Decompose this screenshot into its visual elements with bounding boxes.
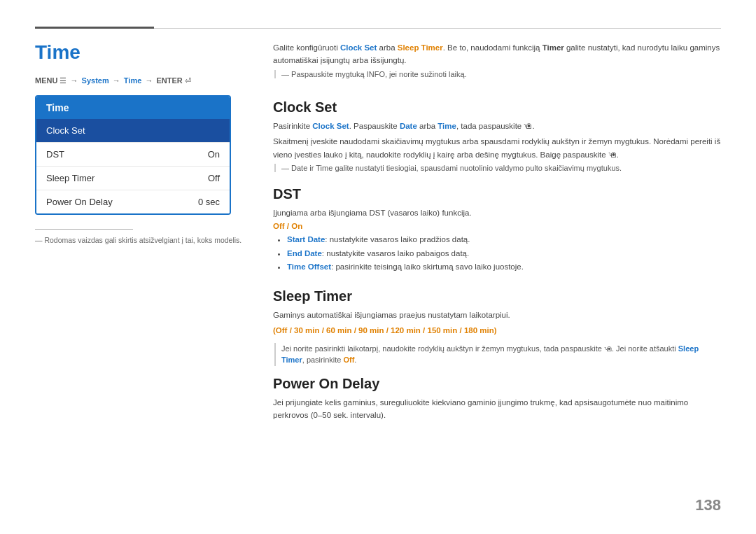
section-body-clock-set-2: Skaitmenį įveskite naudodami skaičiavimų… [273,135,721,161]
dst-bullet-time-offset: Time Offset: pasirinkite teisingą laiko … [287,260,721,274]
section-body-dst: Įjungiama arba išjungiama DST (vasaros l… [273,206,721,219]
footnote-rule [35,229,133,230]
section-title-clock-set: Clock Set [273,99,721,115]
dst-off-on-label: Off / On [273,222,721,230]
right-column: Galite konfigūruoti Clock Set arba Sleep… [273,41,721,513]
intro-text: Galite konfigūruoti Clock Set arba Sleep… [273,41,721,67]
section-title-power-on-delay: Power On Delay [273,376,721,392]
menu-widget-header: Time [36,97,230,119]
section-title-sleep-timer: Sleep Timer [273,288,721,304]
menu-item-dst[interactable]: DST On [36,143,230,167]
sleep-timer-note: Jei norite pasirinkti laikotarpį, naudok… [274,343,721,366]
left-column: Time MENU ☰ → System → Time → ENTER ⏎ Ti… [35,41,245,513]
page-number: 138 [695,496,721,514]
intro-note: — Paspauskite mygtuką INFO, jei norite s… [274,70,721,78]
footnote: — Rodomas vaizdas gali skirtis atsižvelg… [35,235,245,246]
dst-bullet-start-date: Start Date: nustatykite vasaros laiko pr… [287,233,721,247]
dst-bullet-list: Start Date: nustatykite vasaros laiko pr… [287,233,721,274]
top-rule [35,28,721,29]
section-body-power-on-delay: Jei prijungiate kelis gaminius, sureguli… [273,396,721,422]
menu-item-power-on-delay[interactable]: Power On Delay 0 sec [36,190,230,213]
menu-item-power-on-delay-label: Power On Delay [46,197,113,207]
menu-item-power-on-delay-value: 0 sec [198,197,220,207]
section-body-clock-set-1: Pasirinkite Clock Set. Paspauskite Date … [273,120,721,132]
section-body-sleep-options: (Off / 30 min / 60 min / 90 min / 120 mi… [273,324,721,337]
menu-item-dst-label: DST [46,149,64,160]
page-title: Time [35,41,245,64]
menu-item-dst-value: On [208,149,220,160]
menu-path: MENU ☰ → System → Time → ENTER ⏎ [35,76,245,85]
menu-widget: Time Clock Set DST On Sleep Timer Off Po… [35,95,231,215]
main-content: Time MENU ☰ → System → Time → ENTER ⏎ Ti… [35,41,721,513]
section-note-clock-set: — Date ir Time galite nustatyti tiesiogi… [274,164,721,172]
menu-item-clock-set-label: Clock Set [46,125,85,136]
section-body-sleep-timer: Gaminys automatiškai išjungiamas praejus… [273,309,721,321]
section-title-dst: DST [273,186,721,202]
menu-item-sleep-timer-value: Off [208,173,220,183]
menu-item-sleep-timer-label: Sleep Timer [46,173,94,183]
menu-item-sleep-timer[interactable]: Sleep Timer Off [36,167,230,190]
menu-item-clock-set[interactable]: Clock Set [36,119,230,143]
dst-bullet-end-date: End Date: nustatykite vasaros laiko paba… [287,247,721,261]
